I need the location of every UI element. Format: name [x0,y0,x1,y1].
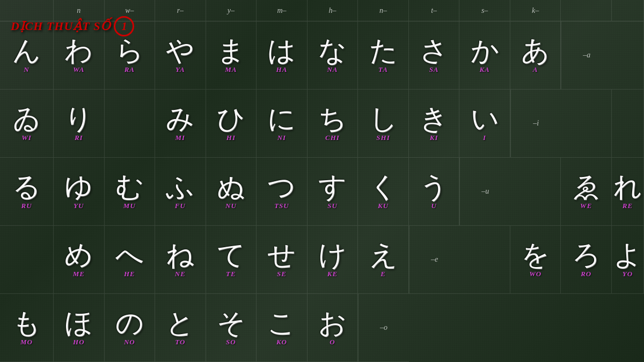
kana-cell-4-2: ろRO [561,226,612,294]
kana-char-2-8: す [318,173,347,201]
kana-char-2-4: む [115,173,144,201]
kana-roman-2-10: U [431,202,436,210]
kana-roman-2-6: NU [225,202,237,210]
kana-cell-4-4: もMO [0,294,54,362]
kana-char-0-5: は [267,36,296,64]
kana-cell-4-8: そSO [206,294,257,362]
kana-char-3-6: ね [166,241,194,269]
empty-cell-2-0 [561,90,612,158]
kana-char-4-10: お [318,309,347,337]
kana-char-2-7: つ [267,173,296,201]
kana-cell-1-8: しSHI [358,90,409,158]
kana-char-0-1: わ [64,36,93,64]
col-header-8: s– [459,0,510,21]
kana-roman-3-1: WE [580,202,592,210]
hiragana-grid: nw–r–y–m–h–n–t–s–k–んNわWAらRAやYAまMAはHAなNAた… [0,0,644,362]
kana-roman-3-10: E [380,270,386,278]
kana-char-1-4: み [166,105,194,132]
row-label-4: –o [358,294,409,362]
kana-cell-2-9: くKU [358,158,409,226]
kana-roman-0-2: RA [125,65,135,74]
kana-char-3-8: せ [267,241,296,269]
kana-roman-4-1: WO [529,270,541,278]
logo-number: 1 [121,20,127,33]
kana-cell-3-7: てTE [206,226,257,294]
kana-roman-2-9: KU [378,202,389,210]
kana-roman-2-4: MU [123,202,136,210]
kana-roman-3-9: KE [327,270,338,278]
kana-cell-4-1: をWO [510,226,561,294]
col-header-3: y– [206,0,257,21]
kana-cell-1-5: ひHI [206,90,257,158]
kana-char-4-5: ほ [64,309,93,337]
empty-cell-3-3 [0,226,54,294]
kana-char-1-2: り [64,105,93,132]
kana-char-3-5: へ [115,241,144,269]
kana-char-2-6: ぬ [217,173,245,201]
kana-char-3-1: ゑ [572,173,601,201]
logo-text: DỊCH THUẬT SỐ [11,19,111,33]
logo-circle: 1 [114,16,134,36]
kana-char-3-2: れ [613,173,642,201]
kana-cell-2-2: るRU [0,158,54,226]
kana-cell-2-7: つTSU [257,158,308,226]
col-header-2: r– [155,0,206,21]
kana-roman-0-5: HA [276,65,288,74]
kana-roman-4-5: HO [73,338,85,346]
kana-roman-3-4: ME [73,270,85,278]
kana-roman-4-8: SO [226,338,236,346]
kana-cell-3-8: せSE [257,226,308,294]
chalkboard: DỊCH THUẬT SỐ 1 nw–r–y–m–h–n–t–s–k–んNわWA… [0,0,644,362]
kana-char-0-6: な [318,36,347,64]
kana-cell-1-7: ちCHI [308,90,358,158]
col-header-9: k– [510,0,561,21]
kana-roman-2-8: SU [327,202,338,210]
kana-roman-0-8: SA [429,65,439,74]
kana-cell-4-9: こKO [257,294,308,362]
kana-cell-2-4: むMU [105,158,156,226]
kana-roman-1-2: RI [75,134,83,142]
kana-cell-2-8: すSU [308,158,358,226]
empty-cell-4-0 [459,226,510,294]
kana-char-2-2: る [12,173,41,201]
kana-char-4-8: そ [217,309,245,337]
col-header-5: h– [308,0,358,21]
kana-roman-4-3: YO [623,270,633,278]
kana-roman-3-7: TE [226,270,236,278]
kana-char-0-8: さ [420,36,448,64]
kana-cell-4-3: よYO [612,226,644,294]
kana-cell-3-9: けKE [308,226,358,294]
kana-roman-2-5: FU [175,202,186,210]
kana-cell-0-9: かKA [459,21,510,90]
col-header-10 [561,0,612,21]
kana-roman-0-4: MA [225,65,237,74]
kana-roman-2-3: YU [74,202,84,210]
kana-char-0-4: ま [217,36,245,64]
row-label-header [612,0,644,21]
empty-cell-1-3 [105,90,156,158]
kana-roman-0-0: N [24,65,29,74]
kana-cell-4-5: ほHO [54,294,105,362]
kana-roman-0-10: A [533,65,538,74]
kana-char-0-3: や [166,36,194,64]
kana-roman-1-10: I [483,134,486,142]
kana-cell-1-2: りRI [54,90,105,158]
kana-cell-2-3: ゆYU [54,158,105,226]
kana-roman-0-6: NA [327,65,338,74]
kana-cell-4-6: のNO [105,294,156,362]
kana-roman-2-7: TSU [274,202,289,210]
kana-cell-4-10: おO [308,294,358,362]
kana-char-1-6: に [267,105,296,132]
col-header-6: n– [358,0,409,21]
kana-cell-0-7: たTA [358,21,409,90]
kana-roman-0-1: WA [73,65,84,74]
kana-cell-1-6: にNI [257,90,308,158]
kana-char-0-7: た [369,36,398,64]
kana-char-0-0: ん [12,36,41,64]
kana-char-1-1: ゐ [12,105,41,132]
kana-cell-0-4: まMA [206,21,257,90]
kana-char-3-4: め [64,241,93,269]
kana-cell-1-10: いI [459,90,510,158]
kana-char-1-7: ち [318,105,347,132]
kana-cell-2-6: ぬNU [206,158,257,226]
